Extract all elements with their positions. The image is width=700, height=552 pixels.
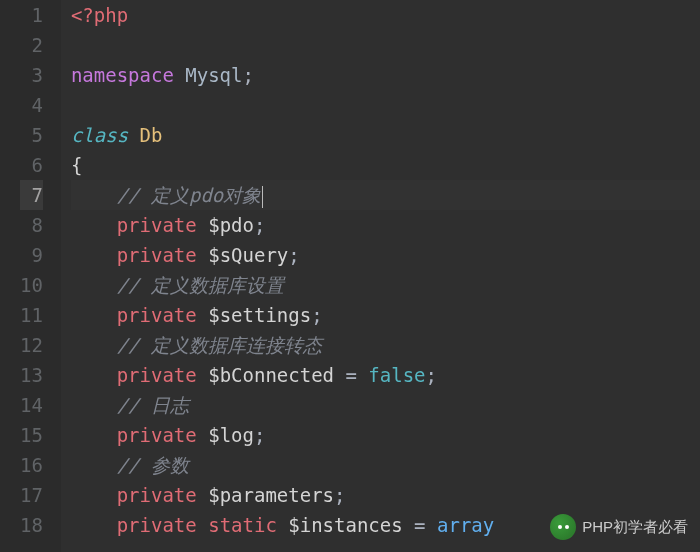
code-line[interactable]: // 定义数据库连接转态 <box>71 330 700 360</box>
line-number: 4 <box>20 90 43 120</box>
code-line[interactable]: // 参数 <box>71 450 700 480</box>
line-number: 8 <box>20 210 43 240</box>
line-number: 11 <box>20 300 43 330</box>
code-line[interactable]: namespace Mysql; <box>71 60 700 90</box>
line-number: 7 <box>20 180 43 210</box>
code-line[interactable]: // 定义pdo对象 <box>71 180 700 210</box>
line-number: 9 <box>20 240 43 270</box>
line-number: 2 <box>20 30 43 60</box>
line-number: 12 <box>20 330 43 360</box>
code-line[interactable]: private $parameters; <box>71 480 700 510</box>
code-editor[interactable]: 123456789101112131415161718 <?phpnamespa… <box>0 0 700 552</box>
line-number: 3 <box>20 60 43 90</box>
code-line[interactable] <box>71 30 700 60</box>
watermark-text: PHP初学者必看 <box>582 518 688 537</box>
code-area[interactable]: <?phpnamespace Mysql;class Db{ // 定义pdo对… <box>61 0 700 552</box>
line-number: 15 <box>20 420 43 450</box>
line-number: 1 <box>20 0 43 30</box>
code-line[interactable]: { <box>71 150 700 180</box>
code-line[interactable]: private $pdo; <box>71 210 700 240</box>
line-number: 18 <box>20 510 43 540</box>
line-number: 10 <box>20 270 43 300</box>
code-line[interactable]: <?php <box>71 0 700 30</box>
watermark: PHP初学者必看 <box>550 514 688 540</box>
code-line[interactable]: private $settings; <box>71 300 700 330</box>
line-number: 16 <box>20 450 43 480</box>
text-cursor <box>262 186 263 208</box>
line-number: 17 <box>20 480 43 510</box>
line-number: 13 <box>20 360 43 390</box>
code-line[interactable]: // 日志 <box>71 390 700 420</box>
code-line[interactable] <box>71 90 700 120</box>
wechat-icon <box>550 514 576 540</box>
code-line[interactable]: private $bConnected = false; <box>71 360 700 390</box>
line-number: 14 <box>20 390 43 420</box>
line-number: 6 <box>20 150 43 180</box>
code-line[interactable]: // 定义数据库设置 <box>71 270 700 300</box>
code-line[interactable]: class Db <box>71 120 700 150</box>
code-line[interactable]: private $sQuery; <box>71 240 700 270</box>
line-number: 5 <box>20 120 43 150</box>
line-gutter: 123456789101112131415161718 <box>0 0 61 552</box>
code-line[interactable]: private $log; <box>71 420 700 450</box>
